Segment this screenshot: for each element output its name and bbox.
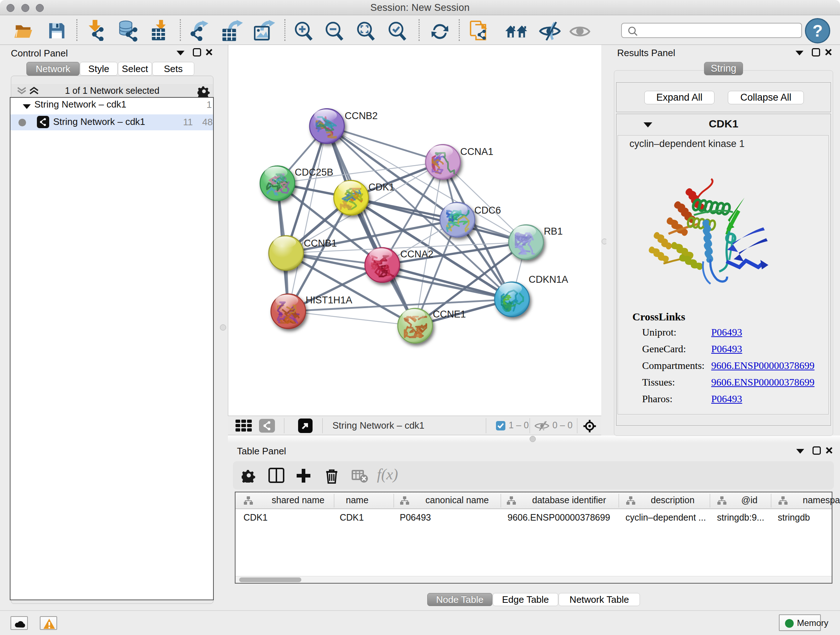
svg-text:CCNE1: CCNE1 — [433, 309, 466, 320]
svg-text:CDC25B: CDC25B — [295, 167, 333, 178]
svg-text:CCNA2: CCNA2 — [401, 249, 433, 260]
svg-text:HIST1H1A: HIST1H1A — [306, 295, 352, 306]
svg-text:RB1: RB1 — [544, 226, 562, 237]
svg-text:CDK1: CDK1 — [369, 182, 395, 193]
svg-text:CDC6: CDC6 — [474, 205, 501, 216]
svg-text:CCNB2: CCNB2 — [345, 111, 378, 121]
svg-text:CCNB1: CCNB1 — [304, 238, 337, 249]
svg-text:CDKN1A: CDKN1A — [529, 274, 568, 285]
svg-text:CCNA1: CCNA1 — [460, 146, 493, 157]
